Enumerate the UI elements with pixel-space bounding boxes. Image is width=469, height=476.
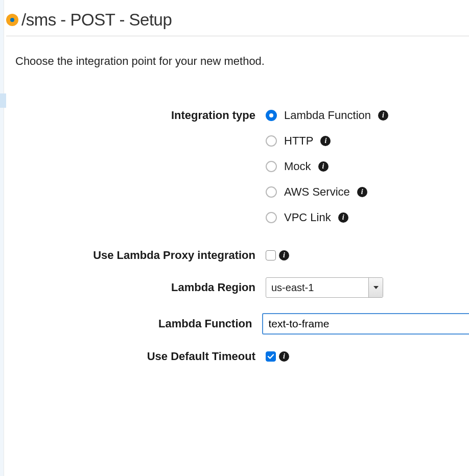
page-header: /sms - POST - Setup (6, 10, 469, 36)
default-timeout-label: Use Default Timeout (15, 350, 266, 363)
radio-mock[interactable] (266, 161, 277, 172)
lambda-function-input[interactable] (262, 313, 469, 335)
radio-aws-service-label: AWS Service (284, 185, 350, 199)
info-icon[interactable]: i (357, 187, 367, 197)
page-title: /sms - POST - Setup (21, 10, 172, 30)
lambda-function-label: Lambda Function (15, 317, 262, 330)
info-icon[interactable]: i (318, 161, 329, 172)
radio-aws-service[interactable] (266, 186, 277, 198)
lambda-region-value: us-east-1 (266, 278, 368, 297)
chevron-down-icon (373, 286, 379, 289)
radio-http-label: HTTP (284, 134, 313, 148)
radio-mock-label: Mock (284, 160, 311, 173)
lambda-region-select[interactable]: us-east-1 (266, 277, 383, 298)
info-icon[interactable]: i (279, 250, 289, 260)
info-icon[interactable]: i (279, 351, 289, 362)
radio-vpc-link[interactable] (266, 212, 277, 223)
radio-vpc-link-label: VPC Link (284, 211, 331, 224)
lambda-proxy-label: Use Lambda Proxy integration (15, 249, 266, 262)
lambda-region-dropdown-button[interactable] (368, 278, 383, 297)
info-icon[interactable]: i (338, 212, 348, 223)
radio-lambda-function[interactable] (266, 110, 277, 121)
lambda-region-label: Lambda Region (15, 281, 266, 294)
integration-type-label: Integration type (15, 109, 266, 122)
lambda-proxy-checkbox[interactable] (266, 250, 276, 260)
radio-lambda-function-label: Lambda Function (284, 109, 371, 122)
left-rail-highlight (0, 93, 6, 108)
info-icon[interactable]: i (320, 136, 331, 146)
radio-http[interactable] (266, 135, 277, 147)
page-subtitle: Choose the integration point for your ne… (15, 55, 469, 68)
info-icon[interactable]: i (378, 110, 388, 121)
default-timeout-checkbox[interactable] (266, 351, 276, 362)
left-rail (0, 0, 4, 476)
method-status-icon (6, 14, 18, 26)
